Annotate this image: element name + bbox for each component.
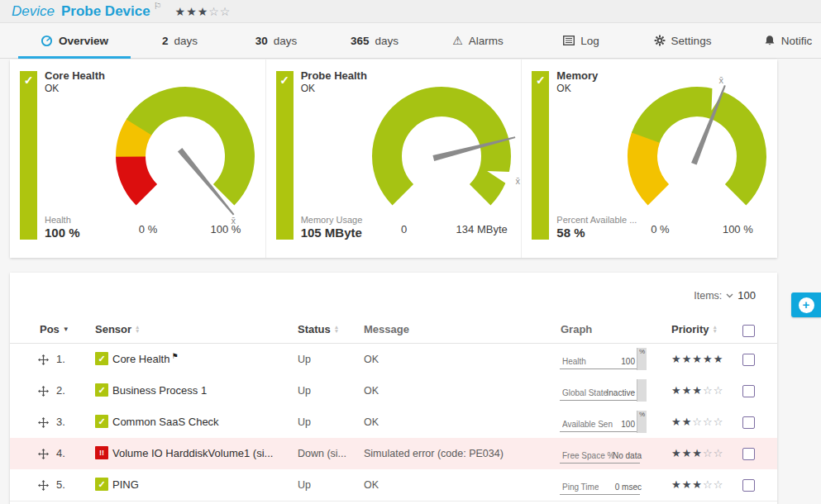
gauge-scale-min: 0 % (630, 223, 690, 235)
sensor-row[interactable]: 4.!!Volume IO HarddiskVolume1 (si...Down… (10, 438, 777, 471)
device-header: Device Probe Device ⚐ ★★★☆☆ (0, 0, 821, 23)
sensor-ok-icon[interactable]: ✓ (95, 478, 108, 491)
tab-2-days[interactable]: 2days (132, 23, 227, 58)
row-checkbox[interactable] (742, 385, 755, 397)
gauge-channel-label: Memory Usage (301, 215, 394, 225)
row-checkbox[interactable] (742, 448, 755, 460)
tab-log[interactable]: Log (532, 23, 631, 58)
move-handle-icon[interactable] (38, 354, 49, 365)
tab-bar: Overview2days30days365days⚠AlarmsLogSett… (0, 23, 821, 59)
column-header-message: Message (364, 323, 409, 335)
gauge-status-text: OK (45, 83, 59, 94)
gauge-channel-label: Percent Available ... (556, 215, 649, 225)
move-handle-icon[interactable] (38, 417, 49, 428)
mini-graph[interactable]: Health100% (560, 349, 647, 369)
items-count-control[interactable]: Items: 100 (694, 289, 756, 302)
column-header-label: Status (298, 323, 331, 335)
column-header-sensor[interactable]: Sensor▲▼ (95, 323, 141, 335)
tab-alarms[interactable]: ⚠Alarms (424, 23, 532, 58)
gauge-chart: x̄ (74, 73, 269, 234)
tab-number: 2 (162, 35, 169, 47)
gauge-arc-segment (139, 102, 240, 195)
move-handle-icon[interactable] (38, 480, 49, 491)
gauge-arc-segment (131, 126, 140, 156)
sensor-row[interactable]: 5.✓PINGUpOKPing Time0 msec★★★☆☆ (10, 469, 777, 502)
priority-stars[interactable]: ★★★☆☆ (671, 438, 723, 469)
priority-stars[interactable]: ★★★☆☆ (671, 375, 723, 407)
star-empty-icon: ☆ (692, 416, 703, 428)
sensor-error-icon[interactable]: !! (95, 446, 108, 459)
device-priority-stars[interactable]: ★★★☆☆ (175, 5, 232, 18)
priority-stars[interactable]: ★★★★★ (671, 344, 723, 375)
star-filled-icon: ★ (175, 5, 187, 18)
sensor-ok-icon[interactable]: ✓ (95, 352, 108, 365)
column-header-priority[interactable]: Priority▲▼ (671, 323, 718, 335)
gauges-panel: ✓Core HealthOKx̄0 %100 %Health100 %✓Prob… (10, 59, 777, 258)
tab-number: 30 (255, 35, 268, 47)
sensor-name-link[interactable]: Business Process 1 (112, 375, 207, 407)
plus-icon: + (799, 297, 814, 313)
column-header-pos[interactable]: Pos▼ (40, 323, 69, 335)
move-handle-icon[interactable] (38, 386, 49, 397)
tab-30-days[interactable]: 30days (227, 23, 325, 58)
gauge-scale-min: 0 % (118, 223, 178, 235)
gauge-channel-value: 58 % (556, 226, 585, 240)
column-header-label: Pos (40, 323, 60, 335)
sensor-message: OK (364, 344, 379, 375)
column-header-label: Message (364, 323, 409, 335)
flag-icon[interactable]: ⚐ (154, 1, 162, 12)
tab-label: Alarms (469, 35, 504, 47)
star-filled-icon: ★ (682, 384, 693, 397)
table-header-row: Pos▼Sensor▲▼Status▲▼MessageGraphPriority… (10, 318, 777, 344)
add-button[interactable]: + (791, 292, 821, 317)
tab-label: Overview (59, 35, 108, 47)
tab-label: days (174, 35, 198, 47)
gauge-card-memory[interactable]: ✓MemoryOKx̄0 %100 %Percent Available ...… (521, 59, 777, 258)
star-filled-icon: ★ (671, 416, 682, 428)
row-checkbox[interactable] (742, 354, 755, 366)
gauge-card-core-health[interactable]: ✓Core HealthOKx̄0 %100 %Health100 % (10, 59, 265, 258)
sensor-row[interactable]: 2.✓Business Process 1UpOKGlobal StateIna… (10, 375, 777, 407)
sensor-status: Up (298, 375, 311, 407)
gauge-card-probe-health[interactable]: ✓Probe HealthOKx̄0134 MByteMemory Usage1… (265, 59, 522, 258)
star-filled-icon: ★ (682, 416, 693, 428)
star-filled-icon: ★ (186, 5, 198, 18)
star-filled-icon: ★ (714, 353, 724, 365)
star-filled-icon: ★ (671, 447, 682, 459)
mini-graph[interactable]: Available Sen100% (560, 412, 647, 432)
tab-label: Settings (671, 35, 712, 47)
column-header-status[interactable]: Status▲▼ (298, 323, 339, 335)
sensor-name-link[interactable]: PING (112, 469, 139, 501)
sensor-message: Simulated error (code: PE034) (364, 438, 504, 469)
mini-graph-axis (560, 494, 640, 495)
mini-graph[interactable]: Ping Time0 msec (560, 475, 647, 495)
sensor-ok-icon[interactable]: ✓ (95, 383, 108, 397)
tab-settings[interactable]: Settings (631, 23, 734, 58)
tab-overview[interactable]: Overview (17, 23, 132, 58)
status-ok-bar: ✓ (532, 71, 549, 240)
sensor-row[interactable]: 1.✓Core Health⚑UpOKHealth100%★★★★★ (10, 344, 777, 376)
tab-notifications[interactable]: Notific (734, 23, 821, 58)
select-all-checkbox[interactable] (742, 325, 755, 337)
star-filled-icon: ★ (692, 353, 703, 365)
priority-stars[interactable]: ★★★☆☆ (671, 469, 723, 501)
mini-graph[interactable]: Free Space %No data (560, 444, 647, 464)
gauge-icon (41, 35, 53, 47)
tab-365-days[interactable]: 365days (325, 23, 424, 58)
check-icon: ✓ (276, 71, 294, 89)
tab-label: days (375, 35, 399, 47)
items-value: 100 (737, 289, 756, 302)
priority-stars[interactable]: ★★☆☆☆ (671, 407, 723, 438)
gauge-scale-max: 100 % (196, 223, 255, 235)
sensor-ok-icon[interactable]: ✓ (95, 415, 108, 428)
move-handle-icon[interactable] (38, 449, 49, 459)
sensor-row[interactable]: 3.✓Common SaaS CheckUpOKAvailable Sen100… (10, 407, 777, 439)
sensor-message: OK (364, 407, 379, 438)
sensor-name-link[interactable]: Core Health⚑ (112, 344, 178, 376)
row-checkbox[interactable] (742, 416, 755, 429)
mini-graph[interactable]: Global StateInactive (560, 381, 647, 401)
row-checkbox[interactable] (742, 479, 755, 492)
average-marker: x̄ (719, 75, 724, 85)
sensor-name-link[interactable]: Common SaaS Check (112, 407, 219, 438)
sensor-name-link[interactable]: Volume IO HarddiskVolume1 (si... (112, 438, 273, 469)
